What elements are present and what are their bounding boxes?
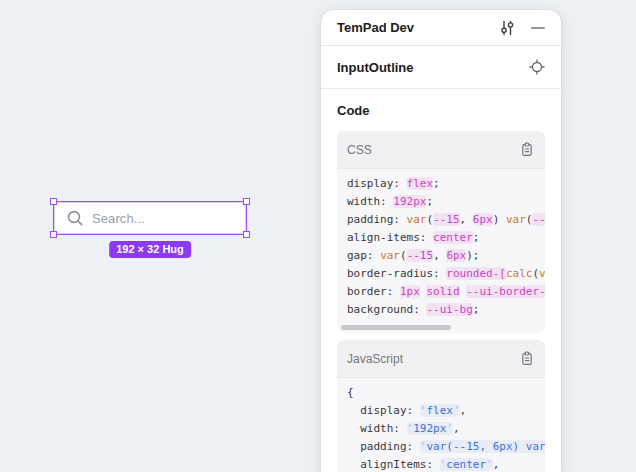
panel-header: TemPad Dev bbox=[321, 10, 561, 46]
css-code: display: flex;width: 192px;padding: var(… bbox=[337, 169, 545, 323]
copy-css-button[interactable] bbox=[520, 142, 534, 157]
size-badge: 192 × 32 Hug bbox=[109, 241, 191, 258]
selected-component-row: InputOutline bbox=[321, 46, 561, 89]
panel-title: TemPad Dev bbox=[337, 20, 499, 35]
js-code-block: JavaScript { display: 'flex', width: '19… bbox=[337, 340, 545, 472]
preferences-sliders-icon[interactable] bbox=[499, 20, 516, 36]
js-block-label: JavaScript bbox=[347, 352, 520, 366]
tempad-dev-panel: TemPad Dev InputOutline bbox=[321, 10, 561, 472]
js-code: { display: 'flex', width: '192px', paddi… bbox=[337, 378, 545, 472]
css-code-block: CSS display: flex;width: 192px;padding: … bbox=[337, 131, 545, 333]
css-scrollbar-thumb[interactable] bbox=[341, 325, 451, 330]
js-block-header: JavaScript bbox=[337, 340, 545, 378]
selection-handle-bottom-right[interactable] bbox=[243, 231, 250, 238]
css-block-label: CSS bbox=[347, 143, 520, 157]
code-section: Code CSS display: flex;width: 192px;padd… bbox=[321, 89, 561, 472]
code-section-title: Code bbox=[337, 103, 545, 118]
search-icon bbox=[66, 209, 84, 227]
search-placeholder-text: Search... bbox=[92, 211, 145, 226]
minimize-button[interactable] bbox=[531, 27, 545, 29]
css-horizontal-scrollbar bbox=[337, 323, 545, 333]
copy-js-button[interactable] bbox=[520, 351, 534, 366]
minus-icon bbox=[531, 27, 545, 29]
search-input-component[interactable]: Search... bbox=[54, 202, 246, 234]
locate-crosshair-icon[interactable] bbox=[529, 59, 545, 75]
css-block-header: CSS bbox=[337, 131, 545, 169]
selected-component-name: InputOutline bbox=[337, 60, 529, 75]
